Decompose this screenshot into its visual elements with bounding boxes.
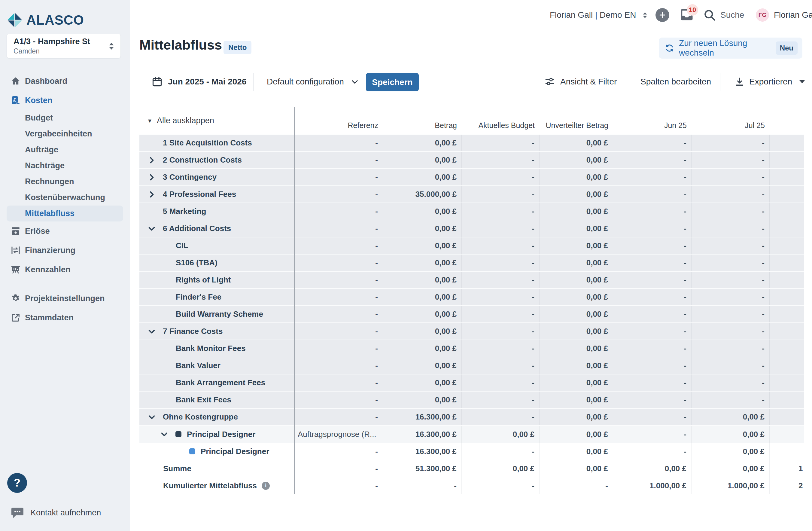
- table-row-2-construction-costs[interactable]: 2 Construction Costs-0,00 £-0,00 £--: [140, 152, 804, 169]
- chevron-right-icon[interactable]: [148, 157, 155, 164]
- sidebar-item-mittelabfluss[interactable]: Mittelabfluss: [6, 205, 123, 221]
- column-header-unverteilter-betrag[interactable]: Unverteilter Betrag: [539, 107, 613, 135]
- column-header-referenz[interactable]: Referenz: [294, 107, 383, 135]
- row-tree-cell: 7 Finance Costs: [140, 323, 294, 340]
- table-row-bank-monitor-fees[interactable]: Bank Monitor Fees-0,00 £-0,00 £--: [140, 340, 804, 357]
- table-row-ohne-kostengruppe[interactable]: Ohne Kostengruppe-16.300,00 £-0,00 £-0,0…: [140, 409, 804, 426]
- table-row-4-professional-fees[interactable]: 4 Professional Fees-35.000,00 £-0,00 £--: [140, 186, 804, 203]
- table-row-1-site-acquisition-costs[interactable]: 1 Site Acquisition Costs-0,00 £-0,00 £--: [140, 135, 804, 152]
- info-icon[interactable]: i: [262, 482, 270, 490]
- search-button[interactable]: Suche: [703, 0, 744, 30]
- row-label: Bank Exit Fees: [176, 395, 231, 404]
- column-header-betrag[interactable]: Betrag: [383, 107, 462, 135]
- sidebar-item-stammdaten[interactable]: Stammdaten: [0, 308, 130, 327]
- svg-text:£: £: [13, 97, 16, 103]
- table-row-bank-arrangement-fees[interactable]: Bank Arrangement Fees-0,00 £-0,00 £--: [140, 374, 804, 391]
- export-button[interactable]: Exportieren: [735, 72, 805, 91]
- chevron-down-icon[interactable]: [148, 225, 155, 232]
- table-row-principal-designer[interactable]: Principal Designer-16.300,00 £-0,00 £-0,…: [140, 443, 804, 460]
- table-row-cil[interactable]: CIL-0,00 £-0,00 £--: [140, 238, 804, 255]
- create-button[interactable]: [655, 0, 669, 30]
- cell-partial: [770, 340, 804, 357]
- row-tree-cell: 3 Contingency: [140, 169, 294, 185]
- edit-columns-button[interactable]: Spalten bearbeiten: [640, 72, 711, 91]
- date-range-picker[interactable]: Jun 2025 - Mai 2026: [152, 72, 246, 91]
- cell-referenz: -: [294, 203, 383, 220]
- chevron-right-icon[interactable]: [148, 191, 155, 198]
- cell-betrag: -: [383, 477, 462, 494]
- chevron-down-icon[interactable]: [148, 328, 155, 335]
- view-filter-button[interactable]: Ansicht & Filter: [545, 72, 617, 91]
- cell-partial: [770, 443, 804, 460]
- sidebar-item-budget[interactable]: Budget: [0, 110, 130, 126]
- cell-jul-25: 0,00 £: [692, 409, 770, 425]
- column-resize-divider[interactable]: [294, 107, 295, 494]
- notifications-button[interactable]: 10: [679, 0, 695, 30]
- contact-button[interactable]: Kontakt aufnehmen: [11, 507, 101, 519]
- cell-partial: [770, 409, 804, 425]
- row-tree-cell: Bank Arrangement Fees: [140, 374, 294, 391]
- workspace-switcher[interactable]: Florian Gall | Demo EN: [550, 0, 647, 30]
- cell-jun-25: 0,00 £: [613, 460, 692, 477]
- expand-all-button[interactable]: ▾Alle ausklappen: [148, 116, 214, 125]
- table-row-finder-s-fee[interactable]: Finder's Fee-0,00 £-0,00 £--: [140, 289, 804, 306]
- help-button[interactable]: ?: [7, 473, 27, 493]
- sidebar-item-auftr-ge[interactable]: Aufträge: [0, 142, 130, 158]
- row-tree-cell: 4 Professional Fees: [140, 186, 294, 203]
- sidebar-item-rechnungen[interactable]: Rechnungen: [0, 174, 130, 190]
- avatar: FG: [756, 9, 769, 21]
- sidebar-item-nachtr-ge[interactable]: Nachträge: [0, 158, 130, 174]
- table-row-kumulierter-mittelabfluss[interactable]: Kumulierter Mittelabflussi----1.000,00 £…: [140, 477, 804, 494]
- cell-aktuelles-budget: -: [462, 169, 539, 185]
- sidebar-item-label: Kosten: [25, 96, 53, 105]
- sidebar-item-erl-se[interactable]: Erlöse: [0, 221, 130, 241]
- table-row-6-additional-costs[interactable]: 6 Additional Costs-0,00 £-0,00 £--: [140, 220, 804, 238]
- table-row-summe[interactable]: Summe-51.300,00 £0,00 £0,00 £0,00 £0,00 …: [140, 460, 804, 477]
- cell-referenz: -: [294, 374, 383, 391]
- table-row-s106-tba[interactable]: S106 (TBA)-0,00 £-0,00 £--: [140, 255, 804, 272]
- user-menu[interactable]: FG Florian Gall: [756, 0, 812, 30]
- column-header-aktuelles-budget[interactable]: Aktuelles Budget: [462, 107, 539, 135]
- cell-aktuelles-budget: -: [462, 357, 539, 374]
- cell-jul-25: -: [692, 374, 770, 391]
- sidebar-item-kosten-berwachung[interactable]: Kostenüberwachung: [0, 190, 130, 205]
- table-row-rights-of-light[interactable]: Rights of Light-0,00 £-0,00 £--: [140, 272, 804, 289]
- sidebar-item-kennzahlen[interactable]: Kennzahlen: [0, 260, 130, 279]
- table-row-3-contingency[interactable]: 3 Contingency-0,00 £-0,00 £--: [140, 169, 804, 186]
- cell-jun-25: -: [613, 323, 692, 340]
- row-label: 7 Finance Costs: [163, 327, 222, 336]
- cell-jun-25: -: [613, 409, 692, 425]
- sidebar-item-projekteinstellungen[interactable]: Projekteinstellungen: [0, 289, 130, 308]
- project-selector[interactable]: A1/3 - Hampshire St Camden: [6, 34, 121, 58]
- column-header-jul-25[interactable]: Jul 25: [692, 107, 770, 135]
- column-header-partial: [770, 107, 804, 135]
- cell-unverteilter-betrag: 0,00 £: [539, 323, 613, 340]
- sidebar-item-kosten[interactable]: £Kosten: [0, 91, 130, 110]
- sidebar-item-finanzierung[interactable]: Finanzierung: [0, 241, 130, 260]
- switch-solution-link[interactable]: Zur neuen Lösung wechseln Neu: [659, 38, 802, 59]
- cell-jul-25: 0,00 £: [692, 460, 770, 477]
- cell-aktuelles-budget: -: [462, 186, 539, 203]
- chevron-right-icon[interactable]: [148, 174, 155, 181]
- table-row-bank-exit-fees[interactable]: Bank Exit Fees-0,00 £-0,00 £--: [140, 391, 804, 409]
- sidebar-item-vergabeeinheiten[interactable]: Vergabeeinheiten: [0, 126, 130, 142]
- table-row-bank-valuer[interactable]: Bank Valuer-0,00 £-0,00 £--: [140, 357, 804, 374]
- cell-aktuelles-budget: -: [462, 443, 539, 460]
- row-label: 6 Additional Costs: [163, 224, 231, 233]
- chevron-down-icon[interactable]: [148, 414, 155, 421]
- configuration-label: Default configuration: [267, 77, 344, 87]
- column-header-jun-25[interactable]: Jun 25: [613, 107, 692, 135]
- cell-jul-25: -: [692, 238, 770, 254]
- table-row-7-finance-costs[interactable]: 7 Finance Costs-0,00 £-0,00 £--: [140, 323, 804, 340]
- sidebar-item-dashboard[interactable]: Dashboard: [0, 72, 130, 91]
- cell-unverteilter-betrag: 0,00 £: [539, 357, 613, 374]
- cell-unverteilter-betrag: 0,00 £: [539, 238, 613, 254]
- cell-referenz: -: [294, 323, 383, 340]
- save-button[interactable]: Speichern: [366, 73, 419, 91]
- chevron-down-icon[interactable]: [161, 431, 168, 438]
- row-label: Bank Arrangement Fees: [176, 378, 265, 387]
- table-row-principal-designer[interactable]: Principal DesignerAuftragsprognose (R...…: [140, 426, 804, 443]
- configuration-dropdown[interactable]: Default configuration: [267, 72, 359, 91]
- table-row-build-warranty-scheme[interactable]: Build Warranty Scheme-0,00 £-0,00 £--: [140, 306, 804, 323]
- table-row-5-marketing[interactable]: 5 Marketing-0,00 £-0,00 £--: [140, 203, 804, 220]
